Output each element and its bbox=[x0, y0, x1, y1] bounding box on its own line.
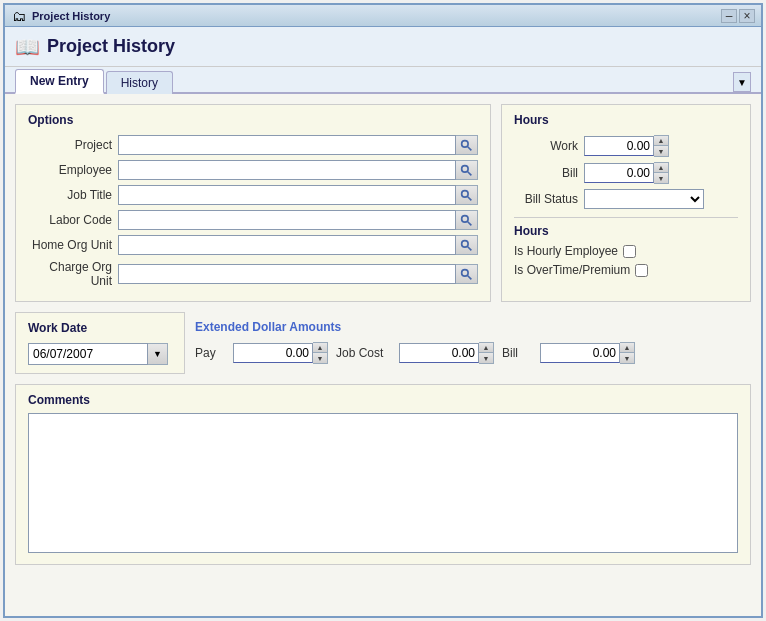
pay-input[interactable] bbox=[233, 343, 313, 363]
svg-point-8 bbox=[462, 240, 469, 247]
hours-sub-title: Hours bbox=[514, 224, 738, 238]
work-hours-row: Work ▲ ▼ bbox=[514, 135, 738, 157]
project-input-wrap bbox=[118, 135, 478, 155]
minimize-button[interactable]: – bbox=[721, 9, 737, 23]
charge-org-input[interactable] bbox=[118, 264, 456, 284]
job-title-search-button[interactable] bbox=[456, 185, 478, 205]
work-input[interactable] bbox=[584, 136, 654, 156]
ext-bill-input[interactable] bbox=[540, 343, 620, 363]
is-overtime-checkbox[interactable] bbox=[635, 264, 648, 277]
svg-line-5 bbox=[468, 196, 472, 200]
employee-search-button[interactable] bbox=[456, 160, 478, 180]
comments-textarea[interactable] bbox=[28, 413, 738, 553]
project-label: Project bbox=[28, 138, 118, 152]
date-input-wrap: ▼ bbox=[28, 343, 172, 365]
job-cost-spin-up[interactable]: ▲ bbox=[479, 343, 493, 353]
is-hourly-label: Is Hourly Employee bbox=[514, 244, 618, 258]
job-title-label: Job Title bbox=[28, 188, 118, 202]
employee-input[interactable] bbox=[118, 160, 456, 180]
title-bar-left: 🗂 Project History bbox=[11, 8, 110, 24]
work-label: Work bbox=[514, 139, 584, 153]
bill-spinners: ▲ ▼ bbox=[654, 162, 669, 184]
bill-hours-row: Bill ▲ ▼ bbox=[514, 162, 738, 184]
pay-spin-down[interactable]: ▼ bbox=[313, 353, 327, 363]
project-search-button[interactable] bbox=[456, 135, 478, 155]
bill-spin-down[interactable]: ▼ bbox=[654, 173, 668, 183]
job-cost-input-wrap: ▲ ▼ bbox=[399, 342, 494, 364]
labor-code-input[interactable] bbox=[118, 210, 456, 230]
tab-new-entry[interactable]: New Entry bbox=[15, 69, 104, 94]
options-title: Options bbox=[28, 113, 478, 127]
employee-label: Employee bbox=[28, 163, 118, 177]
close-button[interactable]: × bbox=[739, 9, 755, 23]
job-cost-label: Job Cost bbox=[336, 346, 391, 360]
home-org-label: Home Org Unit bbox=[28, 238, 118, 252]
bill-input-wrap: ▲ ▼ bbox=[584, 162, 669, 184]
svg-line-11 bbox=[468, 275, 472, 279]
bill-spin-up[interactable]: ▲ bbox=[654, 163, 668, 173]
project-input[interactable] bbox=[118, 135, 456, 155]
svg-point-4 bbox=[462, 190, 469, 197]
labor-code-search-button[interactable] bbox=[456, 210, 478, 230]
job-title-row: Job Title bbox=[28, 185, 478, 205]
labor-code-input-wrap bbox=[118, 210, 478, 230]
bill-hours-label: Bill bbox=[514, 166, 584, 180]
job-cost-spin-down[interactable]: ▼ bbox=[479, 353, 493, 363]
work-spin-up[interactable]: ▲ bbox=[654, 136, 668, 146]
home-org-input-wrap bbox=[118, 235, 478, 255]
date-dropdown-button[interactable]: ▼ bbox=[148, 343, 168, 365]
pay-spin-up[interactable]: ▲ bbox=[313, 343, 327, 353]
is-hourly-checkbox[interactable] bbox=[623, 245, 636, 258]
svg-point-10 bbox=[462, 269, 469, 276]
ext-bill-spinners: ▲ ▼ bbox=[620, 342, 635, 364]
svg-point-6 bbox=[462, 215, 469, 222]
work-date-input[interactable] bbox=[28, 343, 148, 365]
is-overtime-label: Is OverTime/Premium bbox=[514, 263, 630, 277]
hours-title: Hours bbox=[514, 113, 738, 127]
is-overtime-row: Is OverTime/Premium bbox=[514, 263, 738, 277]
labor-code-label: Labor Code bbox=[28, 213, 118, 227]
charge-org-label: Charge Org Unit bbox=[28, 260, 118, 288]
svg-point-2 bbox=[462, 165, 469, 172]
main-window: 🗂 Project History – × 📖 Project History … bbox=[3, 3, 763, 618]
charge-org-search-button[interactable] bbox=[456, 264, 478, 284]
work-input-wrap: ▲ ▼ bbox=[584, 135, 669, 157]
home-org-search-button[interactable] bbox=[456, 235, 478, 255]
window-title: Project History bbox=[47, 36, 175, 57]
work-date-panel: Work Date ▼ bbox=[15, 312, 185, 374]
tab-dropdown-button[interactable]: ▼ bbox=[733, 72, 751, 92]
bill-status-label: Bill Status bbox=[514, 192, 584, 206]
title-bar-text: Project History bbox=[32, 10, 110, 22]
work-spinners: ▲ ▼ bbox=[654, 135, 669, 157]
job-title-input[interactable] bbox=[118, 185, 456, 205]
hours-inner-section: Hours Is Hourly Employee Is OverTime/Pre… bbox=[514, 217, 738, 277]
title-bar: 🗂 Project History – × bbox=[5, 5, 761, 27]
svg-line-7 bbox=[468, 221, 472, 225]
ext-bill-spin-down[interactable]: ▼ bbox=[620, 353, 634, 363]
window-content: Options Project Employee bbox=[5, 94, 761, 616]
tabs-container: New Entry History ▼ bbox=[5, 67, 761, 94]
employee-input-wrap bbox=[118, 160, 478, 180]
labor-code-row: Labor Code bbox=[28, 210, 478, 230]
svg-line-3 bbox=[468, 171, 472, 175]
pay-spinners: ▲ ▼ bbox=[313, 342, 328, 364]
work-spin-down[interactable]: ▼ bbox=[654, 146, 668, 156]
tab-history[interactable]: History bbox=[106, 71, 173, 94]
ext-bill-spin-up[interactable]: ▲ bbox=[620, 343, 634, 353]
work-date-title: Work Date bbox=[28, 321, 172, 335]
bill-hours-input[interactable] bbox=[584, 163, 654, 183]
ext-bill-input-wrap: ▲ ▼ bbox=[540, 342, 635, 364]
comments-title: Comments bbox=[28, 393, 738, 407]
job-cost-input[interactable] bbox=[399, 343, 479, 363]
pay-label: Pay bbox=[195, 346, 225, 360]
charge-org-row: Charge Org Unit bbox=[28, 260, 478, 288]
job-title-input-wrap bbox=[118, 185, 478, 205]
options-panel: Options Project Employee bbox=[15, 104, 491, 302]
svg-line-9 bbox=[468, 246, 472, 250]
home-org-input[interactable] bbox=[118, 235, 456, 255]
ext-bill-label: Bill bbox=[502, 346, 532, 360]
title-bar-icon: 🗂 bbox=[11, 8, 27, 24]
bill-status-select[interactable] bbox=[584, 189, 704, 209]
top-panels: Options Project Employee bbox=[15, 104, 751, 302]
comments-panel: Comments bbox=[15, 384, 751, 565]
